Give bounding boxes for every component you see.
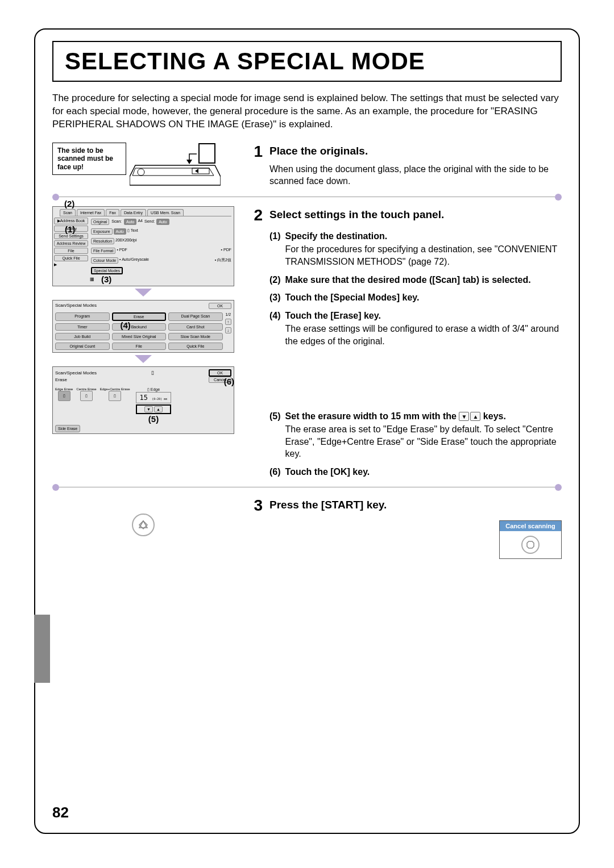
- svg-marker-1: [186, 160, 192, 164]
- cancel-scanning-box: Cancel scanning: [499, 520, 562, 559]
- cancel-scanning-label: Cancel scanning: [500, 521, 561, 531]
- btn-ok[interactable]: OK: [209, 303, 231, 309]
- btn-file[interactable]: File: [54, 248, 88, 254]
- btn-address-book[interactable]: ▶Address Book: [54, 218, 88, 224]
- sm-jobbuild[interactable]: Job Build: [55, 333, 110, 340]
- sm-quickfile[interactable]: Quick File: [168, 343, 223, 350]
- step-3-number: 3: [246, 496, 263, 515]
- btn-address-review[interactable]: Address Review: [54, 240, 88, 247]
- special-modes-panel: Scan/Special Modes OK Program Erase Dual…: [52, 300, 234, 353]
- sm-origcount[interactable]: Original Count: [55, 343, 110, 350]
- sub-4-title: Touch the [Erase] key.: [285, 310, 562, 322]
- scanner-callout: The side to be scanned must be face up!: [52, 143, 126, 175]
- sm-slowscan[interactable]: Slow Scan Mode: [168, 333, 223, 340]
- start-button-icon: [132, 514, 155, 536]
- callout-1: (1): [65, 224, 75, 234]
- btn-inc[interactable]: ▲: [154, 406, 163, 412]
- sub-4-body: The erase settings will be configured to…: [285, 323, 562, 347]
- page-number: 82: [52, 804, 69, 821]
- section-tab-indicator: [34, 615, 50, 683]
- sm-erase[interactable]: Erase: [112, 312, 167, 321]
- step-1-number: 1: [246, 143, 263, 161]
- sm-side-erase[interactable]: Side Erase: [55, 425, 80, 432]
- sub-1-body: For the procedures for specifying a dest…: [285, 243, 562, 268]
- sm-timer[interactable]: Timer: [55, 323, 110, 331]
- callout-2: (2): [64, 199, 74, 208]
- svg-rect-0: [199, 144, 215, 163]
- sub-5-title: Set the erasure width to 15 mm with the …: [285, 410, 562, 423]
- svg-marker-5: [135, 289, 152, 297]
- intro-text: The procedure for selecting a special mo…: [52, 92, 562, 131]
- tab-fax[interactable]: Fax: [106, 209, 119, 216]
- btn-page-down[interactable]: ↓: [225, 327, 232, 333]
- tab-ifax[interactable]: Internet Fax: [77, 209, 105, 216]
- sm-cardshot[interactable]: Card Shot: [168, 323, 223, 331]
- sm-background[interactable]: Back(4)und: [112, 323, 167, 331]
- btn-file-format[interactable]: File Format: [91, 248, 115, 254]
- title-box: SELECTING A SPECIAL MODE: [52, 41, 562, 82]
- svg-marker-9: [527, 541, 534, 548]
- btn-exposure[interactable]: Exposure: [91, 228, 113, 235]
- sm-mixed[interactable]: Mixed Size Original: [112, 333, 167, 340]
- step-2-title: Select settings in the touch panel.: [269, 206, 444, 224]
- btn-quick-file[interactable]: Quick File: [54, 255, 88, 261]
- tab-usb[interactable]: USB Mem. Scan: [147, 209, 184, 216]
- btn-dec[interactable]: ▼: [144, 406, 153, 412]
- sub-1-title: Specify the destination.: [285, 230, 562, 243]
- erase-panel: Scan/Special Modes ▯ OK Erase Cancel (6)…: [52, 366, 234, 434]
- btn-colour-mode[interactable]: Colour Mode: [91, 257, 118, 264]
- sub-5-body: The erase area is set to "Edge Erase" by…: [285, 423, 562, 460]
- step-1-body: When using the document glass, place the…: [269, 163, 562, 187]
- callout-3: (3): [101, 274, 111, 284]
- btn-original[interactable]: Original: [91, 219, 109, 225]
- btn-special-modes[interactable]: Special Modes: [91, 267, 123, 274]
- stop-button-icon: [521, 536, 540, 554]
- btn-address-entry[interactable]: Add (1) try: [54, 226, 88, 232]
- svg-marker-6: [135, 355, 152, 363]
- step-2-number: 2: [246, 206, 263, 224]
- sm-program[interactable]: Program: [55, 312, 110, 321]
- svg-marker-7: [139, 521, 147, 528]
- callout-5: (5): [148, 414, 159, 424]
- sub-3-title: Touch the [Special Modes] key.: [285, 291, 562, 304]
- touch-panel-main: (2) Scan Internet Fax Fax Data Entry USB…: [52, 206, 234, 286]
- sm-file[interactable]: File: [112, 343, 167, 350]
- callout-6: (6): [224, 377, 234, 386]
- btn-page-up[interactable]: ↑: [225, 319, 232, 325]
- tab-scan[interactable]: Scan: [60, 209, 76, 216]
- btn-resolution[interactable]: Resolution: [91, 238, 114, 244]
- tab-dataentry[interactable]: Data Entry: [121, 209, 146, 216]
- arrow-down-icon: [52, 355, 234, 364]
- sub-2-title: Make sure that the desired mode ([Scan] …: [285, 274, 562, 286]
- sm-dualpage[interactable]: Dual Page Scan: [168, 312, 223, 321]
- step-1-title: Place the originals.: [269, 143, 368, 161]
- btn-ok-erase[interactable]: OK: [209, 369, 231, 377]
- callout-4: (4): [121, 320, 131, 330]
- up-key-icon: ▲: [470, 412, 480, 421]
- page-title: SELECTING A SPECIAL MODE: [65, 48, 549, 75]
- down-key-icon: ▼: [459, 412, 469, 421]
- sub-6-title: Touch the [OK] key.: [285, 466, 562, 478]
- scanner-illustration: [130, 143, 221, 188]
- arrow-down-icon: [52, 289, 234, 298]
- step-3-title: Press the [START] key.: [269, 496, 387, 515]
